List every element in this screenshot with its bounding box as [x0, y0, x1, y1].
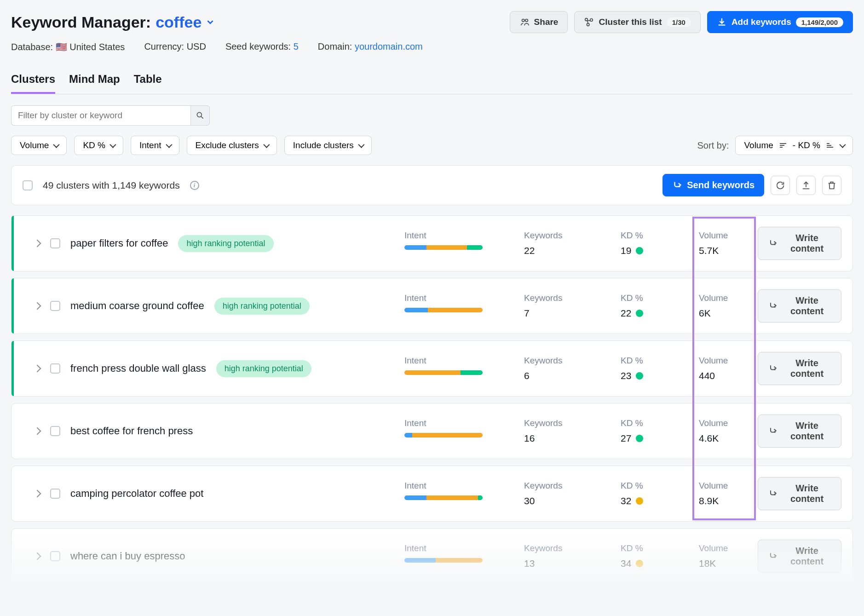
intent-bar [404, 558, 483, 563]
filter-intent[interactable]: Intent [131, 136, 179, 155]
row-checkbox[interactable] [50, 238, 60, 248]
intent-segment [436, 558, 483, 563]
metric-label: Intent [404, 481, 496, 491]
kd-dot-icon [636, 247, 643, 254]
filter-kd[interactable]: KD % [74, 136, 123, 155]
ranking-indicator [12, 341, 14, 396]
row-checkbox[interactable] [50, 489, 60, 499]
chevron-down-icon [109, 142, 116, 148]
seed-link[interactable]: 5 [294, 41, 299, 52]
cluster-row-left: camping percolator coffee pot [19, 488, 396, 500]
expand-chevron-icon[interactable] [34, 365, 41, 373]
row-checkbox[interactable] [50, 301, 60, 311]
kd-dot-icon [636, 310, 643, 317]
metric-intent: Intent [404, 230, 496, 256]
select-all-checkbox[interactable] [23, 180, 33, 190]
metric-value: 16 [524, 433, 593, 444]
cluster-name: french press double wall glass [70, 363, 206, 374]
expand-chevron-icon[interactable] [34, 553, 41, 560]
intent-segment [404, 558, 436, 563]
chevron-down-icon [839, 142, 846, 148]
write-content-button[interactable]: Write content [758, 477, 841, 510]
metric-label: Volume [699, 543, 749, 553]
write-content-button[interactable]: Write content [758, 540, 841, 573]
filter-volume[interactable]: Volume [11, 136, 67, 155]
expand-chevron-icon[interactable] [34, 490, 41, 498]
metric-kd: KD % 22 [621, 293, 671, 319]
svg-line-8 [201, 116, 203, 119]
delete-button[interactable] [822, 176, 841, 195]
page-header: Keyword Manager: coffee Share Cluster th… [11, 11, 853, 33]
tab-table[interactable]: Table [134, 73, 162, 94]
cluster-row: french press double wall glass high rank… [11, 340, 853, 397]
refresh-button[interactable] [771, 176, 790, 195]
high-ranking-badge: high ranking potential [214, 298, 310, 315]
metric-label: Intent [404, 418, 496, 428]
kd-dot-icon [636, 497, 643, 505]
intent-segment [478, 495, 483, 500]
send-keywords-button[interactable]: Send keywords [662, 174, 764, 196]
filter-include[interactable]: Include clusters [284, 136, 372, 155]
cluster-row-left: paper filters for coffee high ranking po… [19, 235, 396, 252]
sort-dropdown[interactable]: Volume - KD % [735, 136, 853, 155]
cluster-row-left: best coffee for french press [19, 425, 396, 437]
tab-clusters[interactable]: Clusters [11, 73, 55, 94]
metric-value: 7 [524, 308, 593, 319]
metric-label: Keywords [524, 418, 593, 428]
row-checkbox[interactable] [50, 363, 60, 374]
svg-point-0 [522, 19, 524, 22]
write-content-button[interactable]: Write content [758, 289, 841, 322]
info-icon[interactable]: i [190, 181, 199, 190]
project-dropdown[interactable]: coffee [156, 13, 215, 31]
meta-row: Database: 🇺🇸 United States Currency: USD… [11, 41, 853, 52]
cluster-list: paper filters for coffee high ranking po… [11, 215, 853, 584]
intent-segment [404, 433, 412, 438]
metric-value: 5.7K [699, 245, 749, 256]
send-arrow-icon [768, 552, 778, 561]
cluster-row: where can i buy espresso Intent Keywords… [11, 528, 853, 584]
metric-label: Volume [699, 481, 749, 491]
send-arrow-icon [768, 239, 778, 248]
filter-input[interactable] [11, 105, 190, 126]
row-checkbox[interactable] [50, 426, 60, 436]
cluster-list-button[interactable]: Cluster this list 1/30 [574, 11, 700, 33]
row-checkbox[interactable] [50, 551, 60, 561]
write-content-button[interactable]: Write content [758, 227, 841, 260]
write-content-button[interactable]: Write content [758, 352, 841, 385]
page-title-area: Keyword Manager: coffee [11, 13, 215, 31]
sort-area: Sort by: Volume - KD % [697, 136, 853, 155]
metric-kd: KD % 34 [621, 543, 671, 569]
metric-value: 4.6K [699, 433, 749, 444]
metric-value: 23 [621, 370, 671, 381]
svg-point-1 [525, 19, 528, 22]
filter-exclude[interactable]: Exclude clusters [187, 136, 277, 155]
cluster-name: where can i buy espresso [70, 550, 185, 562]
metric-value: 22 [621, 308, 671, 319]
share-button[interactable]: Share [510, 11, 568, 33]
cluster-name: best coffee for french press [70, 425, 193, 437]
metric-label: KD % [621, 418, 671, 428]
expand-chevron-icon[interactable] [34, 302, 41, 310]
cluster-name: medium coarse ground coffee [70, 300, 204, 312]
expand-chevron-icon[interactable] [34, 427, 41, 435]
metric-label: Intent [404, 543, 496, 553]
domain-link[interactable]: yourdomain.com [355, 41, 423, 52]
write-content-button[interactable]: Write content [758, 415, 841, 448]
meta-database: Database: 🇺🇸 United States [11, 41, 125, 52]
metric-value: 34 [621, 558, 671, 569]
tab-mind-map[interactable]: Mind Map [69, 73, 120, 94]
metric-keywords: Keywords 30 [524, 481, 593, 507]
summary-bar: 49 clusters with 1,149 keywords i Send k… [11, 165, 853, 205]
metric-value: 22 [524, 245, 593, 256]
cluster-metrics: Intent Keywords 30 KD % 32 Volume 8.9K [404, 481, 749, 507]
page-title-prefix: Keyword Manager: [11, 13, 151, 31]
intent-segment [412, 433, 483, 438]
export-button[interactable] [796, 176, 816, 195]
metric-label: Intent [404, 230, 496, 241]
summary-left: 49 clusters with 1,149 keywords i [23, 180, 199, 191]
add-keywords-button[interactable]: Add keywords 1,149/2,000 [707, 11, 853, 33]
expand-chevron-icon[interactable] [34, 240, 41, 248]
metric-label: KD % [621, 356, 671, 366]
intent-segment [467, 245, 483, 250]
search-button[interactable] [190, 105, 210, 126]
